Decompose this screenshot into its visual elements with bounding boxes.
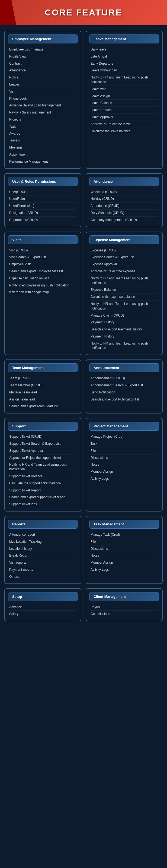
employee-management-item-5: Leaves <box>9 81 76 88</box>
project-management-item-6: Activity Logs <box>91 475 158 482</box>
employee-management-item-6: Visit <box>9 88 76 95</box>
support-item-2: Support Ticket Approval <box>9 447 76 455</box>
leave-management-item-10: Approve or Reject the leave <box>91 121 158 128</box>
team-management-item-2: Manage Team lead <box>9 389 76 396</box>
task-management-item-0: Manage Task (Crud) <box>91 531 158 538</box>
section-project-management: Project ManagementManage Project (Crud)T… <box>86 418 163 512</box>
visits-item-1: Visit Search & Export List <box>9 254 76 261</box>
employee-management-item-15: Appointment <box>9 151 76 158</box>
leave-management-item-0: Daily leave <box>91 46 158 53</box>
expense-management-item-9: Payment History <box>91 319 158 326</box>
support-item-8: Search and export support ticket report <box>9 494 76 501</box>
section-setup: SetupAdvanceSalary <box>4 588 81 621</box>
expense-management-item-4: Notify to HR and Team Lead using push no… <box>91 275 158 287</box>
section-reports: ReportsAttendance reportLive Location Tr… <box>4 516 81 584</box>
section-title-announcement: Announcement <box>90 363 159 372</box>
announcement-item-2: Send Notification <box>91 389 158 396</box>
section-title-visits: Visits <box>8 236 77 244</box>
section-team-management: Team ManagementTeam (CRUD)Team Member (C… <box>4 360 81 413</box>
leave-management-item-7: Leave Balance <box>91 100 158 107</box>
employee-management-item-11: Task <box>9 123 76 130</box>
employee-management-item-12: Awards <box>9 130 76 137</box>
employee-management-item-10: Projects <box>9 116 76 123</box>
visits-item-4: Expense calculation on visit <box>9 275 76 282</box>
setup-item-0: Advance <box>9 604 76 611</box>
attendance-item-0: Weekend (CRUD) <box>91 189 158 196</box>
task-management-item-3: Notes <box>91 552 158 559</box>
announcement-item-3: Search and export Notification list <box>91 396 158 403</box>
reports-item-4: Visit reports <box>9 559 76 566</box>
expense-management-item-10: Search and export Payment History <box>91 326 158 333</box>
task-management-item-1: File <box>91 538 158 546</box>
employee-management-item-7: Phone book <box>9 95 76 102</box>
header: CORE FEATURE <box>0 0 167 25</box>
user-roles-permissions-item-3: Designation(CRUD) <box>9 210 76 217</box>
project-management-item-1: Task <box>91 440 158 447</box>
section-title-user-roles-permissions: User & Roles Permissions <box>8 177 77 186</box>
section-visits: VisitsVisit (CRUD)Visit Search & Export … <box>4 231 81 355</box>
expense-management-item-3: Approve or Reject the expense <box>91 268 158 275</box>
section-title-leave-management: Leave Management <box>90 34 159 43</box>
employee-management-item-9: Payroll / Salary management <box>9 109 76 116</box>
visits-item-3: Search and export Employee Visit list <box>9 268 76 275</box>
employee-management-item-13: Travels <box>9 137 76 144</box>
leave-management-item-3: Leave without pay <box>91 67 158 74</box>
section-task-management: Task ManagementManage Task (Crud)FileDis… <box>86 516 163 584</box>
expense-management-item-11: Payment History <box>91 333 158 340</box>
support-item-7: Support Ticket Report <box>9 487 76 494</box>
section-title-attendance: Attendance <box>90 177 159 186</box>
expense-management-item-2: Expense Approval <box>91 261 158 268</box>
section-announcement: AnnouncementAnnouncement (CRUD)Announcem… <box>86 360 163 413</box>
support-item-6: Calculate the support ticket balance <box>9 480 76 487</box>
team-management-item-1: Team Member (CRUD) <box>9 382 76 389</box>
leave-management-item-8: Leave Request <box>91 107 158 114</box>
expense-management-item-1: Expense Search & Export List <box>91 254 158 261</box>
support-item-0: Support Ticket (CRUD) <box>9 433 76 440</box>
task-management-item-4: Member Assign <box>91 559 158 566</box>
setup-item-1: Salary <box>9 611 76 617</box>
section-user-roles-permissions: User & Roles PermissionsUser(CRUD)User(R… <box>4 173 81 227</box>
leave-management-item-1: Late Arrival <box>91 53 158 60</box>
attendance-item-4: Company Management (CRUD) <box>91 217 158 223</box>
reports-item-6: Others <box>9 574 76 580</box>
section-title-client-management: Client Management <box>90 592 159 601</box>
visits-item-5: Notify to employee using push notificati… <box>9 282 76 289</box>
employee-management-item-1: Profile View <box>9 53 76 60</box>
section-title-expense-management: Expense Management <box>90 236 159 244</box>
leave-management-item-11: Calculate the leave balance <box>91 128 158 135</box>
leave-management-item-4: Notify to HR and Team Lead using push no… <box>91 74 158 86</box>
support-item-1: Support Ticket Search & Export List <box>9 440 76 447</box>
expense-management-item-8: Manage Claim (CRUD) <box>91 312 158 319</box>
reports-item-3: Break Report <box>9 552 76 559</box>
project-management-item-2: File <box>91 447 158 455</box>
expense-management-item-7: Notify to HR and Team Lead using push no… <box>91 301 158 312</box>
support-item-9: Support Ticket logs <box>9 501 76 508</box>
section-employee-management: Employee ManagementEmployee List (manage… <box>4 31 81 169</box>
section-client-management: Client ManagementPayrollCommissions <box>86 588 163 621</box>
section-title-reports: Reports <box>8 520 77 529</box>
main-grid: Employee ManagementEmployee List (manage… <box>0 31 167 627</box>
leave-management-item-9: Leave Approval <box>91 114 158 121</box>
support-item-3: Approve or Reject the support ticket <box>9 455 76 462</box>
section-support: SupportSupport Ticket (CRUD)Support Tick… <box>4 418 81 512</box>
leave-management-item-6: Leave Assign <box>91 93 158 100</box>
user-roles-permissions-item-2: User(Permission) <box>9 203 76 210</box>
section-leave-management: Leave ManagementDaily leaveLate ArrivalE… <box>86 31 163 169</box>
expense-management-item-12: Notify to HR and Team Lead using push no… <box>91 340 158 351</box>
employee-management-item-8: Advance Salary/ Loan Management <box>9 102 76 109</box>
attendance-item-1: Holiday (CRUD) <box>91 195 158 203</box>
project-management-item-4: Notes <box>91 461 158 468</box>
employee-management-item-2: Contract <box>9 60 76 67</box>
user-roles-permissions-item-0: User(CRUD) <box>9 189 76 196</box>
reports-item-0: Attendance report <box>9 531 76 538</box>
section-title-support: Support <box>8 422 77 431</box>
employee-management-item-14: Meetings <box>9 144 76 151</box>
support-item-5: Support Ticket Balance <box>9 473 76 480</box>
announcement-item-0: Announcement (CRUD) <box>91 375 158 382</box>
attendance-item-2: Attendance (CRUD) <box>91 203 158 210</box>
task-management-item-5: Activity Logs <box>91 566 158 573</box>
section-title-setup: Setup <box>8 592 77 601</box>
reports-item-5: Payment reports <box>9 566 76 574</box>
visits-item-6: visit report with google map <box>9 289 76 296</box>
employee-management-item-0: Employee List (manage) <box>9 46 76 53</box>
